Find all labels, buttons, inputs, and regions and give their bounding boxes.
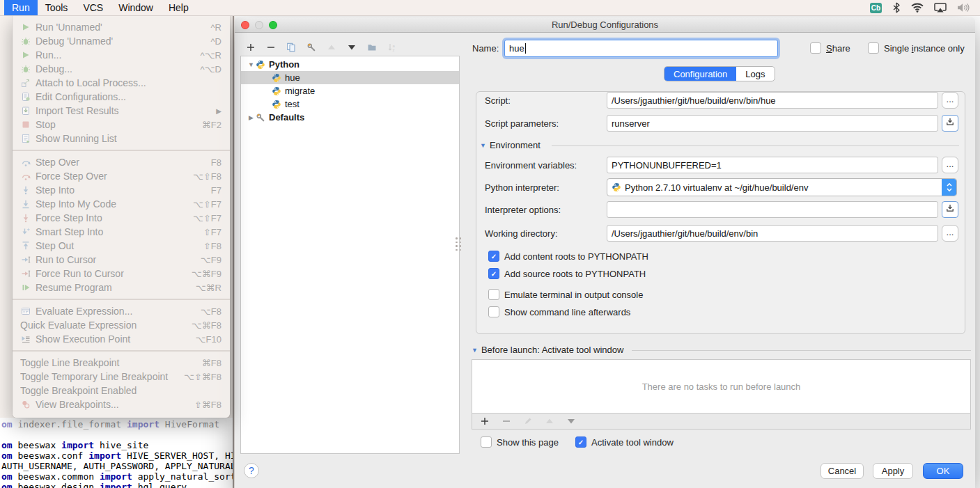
- wifi-icon[interactable]: [911, 3, 924, 13]
- menubar-item-help[interactable]: Help: [161, 0, 196, 15]
- environment-variables-input[interactable]: PYTHONUNBUFFERED=1: [607, 157, 938, 173]
- tree-item-migrate[interactable]: migrate: [241, 84, 459, 97]
- menu-item-import-test-results[interactable]: Import Test Results▶: [13, 104, 230, 118]
- script-parameters-expand-button[interactable]: [942, 115, 958, 132]
- svg-text:a: a: [393, 44, 396, 48]
- menu-item-step-into-my-code[interactable]: Step Into My Code⌥⇧F7: [13, 197, 230, 211]
- smart-step-into-icon: [20, 226, 31, 237]
- menu-item-quick-evaluate-expression[interactable]: Quick Evaluate Expression⌥⌘F8: [13, 318, 230, 332]
- move-down-icon[interactable]: [565, 415, 577, 427]
- copy-icon[interactable]: [285, 41, 297, 54]
- script-browse-button[interactable]: ...: [942, 92, 958, 109]
- menu-item-debug[interactable]: Debug...^⌥D: [13, 62, 230, 76]
- python-icon: [272, 86, 282, 96]
- working-directory-browse-button[interactable]: ...: [942, 225, 958, 242]
- menubar-item-window[interactable]: Window: [111, 0, 161, 15]
- menu-item-step-out[interactable]: Step Out⇧F8: [13, 239, 230, 253]
- menu-item-debug-unnamed[interactable]: Debug 'Unnamed'^D: [13, 34, 230, 48]
- share-checkbox[interactable]: [810, 42, 821, 54]
- show-command-line-checkbox[interactable]: [488, 306, 499, 317]
- volume-icon[interactable]: [957, 3, 970, 13]
- colorsnapper-tray-icon[interactable]: Cb: [870, 3, 882, 13]
- menu-item-attach-to-local-process[interactable]: Attach to Local Process...: [13, 76, 230, 90]
- menu-item-run[interactable]: Run...^⌥R: [13, 48, 230, 62]
- close-window-icon[interactable]: [241, 21, 249, 29]
- menu-item-show-running-list[interactable]: Show Running List: [13, 132, 230, 145]
- add-icon[interactable]: [244, 41, 257, 54]
- menu-item-resume-program[interactable]: Resume Program⌥⌘R: [13, 281, 230, 294]
- before-launch-header[interactable]: ▼ Before launch: Activate tool window: [472, 345, 623, 355]
- minimize-window-icon: [255, 21, 263, 29]
- editor-code[interactable]: om indexer.file_format import HiveFormat…: [0, 418, 233, 488]
- emulate-terminal-checkbox[interactable]: [488, 289, 499, 300]
- menu-item-force-step-over[interactable]: Force Step Over⌥⇧F8: [13, 169, 230, 183]
- menu-item-toggle-breakpoint-enabled[interactable]: Toggle Breakpoint Enabled: [13, 384, 230, 398]
- menubar-item-vcs[interactable]: VCS: [75, 0, 111, 15]
- force-run-to-cursor-icon: [20, 268, 31, 279]
- name-input[interactable]: hue: [504, 40, 778, 57]
- run-menu-dropdown: Run 'Unnamed'^RDebug 'Unnamed'^DRun...^⌥…: [13, 16, 230, 418]
- sort-alpha-icon[interactable]: az: [386, 41, 398, 54]
- menu-item-evaluate-expression[interactable]: Evaluate Expression...⌥F8: [13, 304, 230, 318]
- environment-section-header[interactable]: ▼ Environment: [480, 140, 540, 150]
- menu-item-step-over[interactable]: Step OverF8: [13, 155, 230, 169]
- move-up-icon[interactable]: [543, 415, 556, 427]
- single-instance-checkbox[interactable]: [868, 42, 879, 54]
- add-content-roots-checkbox[interactable]: [488, 251, 499, 262]
- add-icon[interactable]: [479, 415, 491, 427]
- zoom-window-icon[interactable]: [269, 21, 277, 29]
- menu-item-stop[interactable]: Stop⌘F2: [13, 118, 230, 132]
- menu-item-edit-configurations[interactable]: Edit Configurations...: [13, 90, 230, 104]
- chevron-right-icon[interactable]: ▶: [247, 114, 256, 121]
- activate-tool-window-checkbox[interactable]: [575, 436, 586, 448]
- python-interpreter-select[interactable]: Python 2.7.10 virtualenv at ~/git/hue/bu…: [607, 178, 957, 196]
- menu-item-show-execution-point[interactable]: Show Execution Point⌥F10: [13, 332, 230, 346]
- interpreter-options-expand-button[interactable]: [942, 201, 958, 218]
- tree-item-python[interactable]: ▼Python: [241, 58, 459, 71]
- remove-icon[interactable]: [265, 41, 277, 54]
- bluetooth-icon[interactable]: [892, 2, 901, 13]
- cancel-button[interactable]: Cancel: [820, 463, 864, 479]
- script-input[interactable]: /Users/jgauthier/git/hue/build/env/bin/h…: [607, 92, 938, 109]
- script-parameters-input[interactable]: runserver: [607, 115, 938, 132]
- before-launch-task-list[interactable]: There are no tasks to run before launch: [472, 359, 971, 414]
- dropdown-stepper-icon[interactable]: [942, 179, 956, 196]
- ok-button[interactable]: OK: [923, 463, 963, 479]
- apply-button[interactable]: Apply: [873, 463, 913, 479]
- show-this-page-checkbox[interactable]: [481, 436, 492, 448]
- menubar-item-tools[interactable]: Tools: [38, 0, 76, 15]
- menu-item-force-run-to-cursor[interactable]: Force Run to Cursor⌥⌘F9: [13, 267, 230, 281]
- menu-item-view-breakpoints[interactable]: View Breakpoints...⇧⌘F8: [13, 398, 230, 411]
- remove-icon[interactable]: [500, 415, 513, 427]
- name-label: Name:: [472, 43, 499, 54]
- help-button[interactable]: ?: [244, 463, 259, 478]
- force-step-into-icon: [20, 212, 31, 223]
- working-directory-input[interactable]: /Users/jgauthier/git/hue/build/env/bin: [607, 225, 938, 242]
- tab-configuration[interactable]: Configuration: [664, 67, 736, 81]
- menu-item-smart-step-into[interactable]: Smart Step Into⇧F7: [13, 225, 230, 239]
- menu-item-toggle-line-breakpoint[interactable]: Toggle Line Breakpoint⌘F8: [13, 356, 230, 370]
- tree-item-test[interactable]: test: [241, 97, 459, 111]
- move-down-icon[interactable]: [345, 41, 358, 54]
- add-source-roots-checkbox[interactable]: [488, 268, 499, 279]
- environment-variables-browse-button[interactable]: ...: [942, 157, 958, 173]
- tree-item-defaults[interactable]: ▶Defaults: [241, 111, 459, 124]
- menubar-item-run[interactable]: Run: [4, 0, 38, 15]
- tree-item-hue[interactable]: hue: [241, 71, 459, 84]
- menu-item-force-step-into[interactable]: Force Step Into⌥⇧F7: [13, 211, 230, 225]
- airplay-icon[interactable]: [934, 3, 947, 13]
- menu-item-step-into[interactable]: Step IntoF7: [13, 183, 230, 197]
- environment-section-label: Environment: [490, 140, 540, 150]
- menu-item-toggle-temporary-line-breakpoint[interactable]: Toggle Temporary Line Breakpoint⌥⇧⌘F8: [13, 370, 230, 384]
- edit-pencil-icon[interactable]: [522, 415, 534, 427]
- edit-defaults-wrench-icon[interactable]: [305, 41, 318, 54]
- chevron-down-icon[interactable]: ▼: [247, 61, 256, 68]
- menu-item-run-to-cursor[interactable]: Run to Cursor⌥F9: [13, 253, 230, 267]
- folder-icon[interactable]: [366, 41, 378, 54]
- interpreter-options-input[interactable]: [607, 201, 938, 218]
- splitter-handle[interactable]: [456, 237, 461, 251]
- dialog-title-bar[interactable]: Run/Debug Configurations: [235, 17, 975, 33]
- menu-item-run-unnamed[interactable]: Run 'Unnamed'^R: [13, 20, 230, 34]
- move-up-icon[interactable]: [325, 41, 338, 54]
- tab-logs[interactable]: Logs: [736, 67, 774, 81]
